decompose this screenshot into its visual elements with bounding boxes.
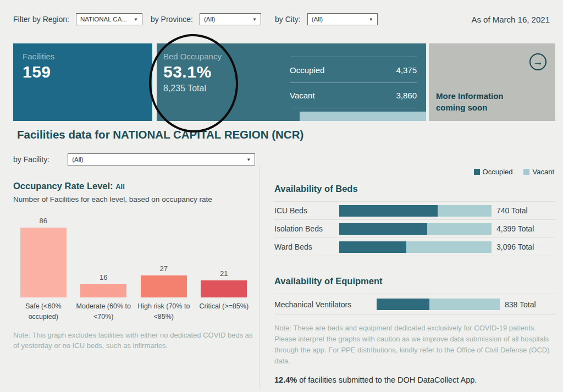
bed-occupancy-kpi-card: Bed Occupancy 53.1% 8,235 Total Occupied… [157,43,426,121]
row-total: 3,096 Total [496,242,534,251]
facility-filter-row: by Facility: (All) ▼ [13,153,255,165]
row-label: Ward Beds [274,242,339,251]
region-dropdown[interactable]: NATIONAL CA... ▼ [76,13,142,25]
occupied-value: 4,375 [396,65,417,75]
province-dropdown-value: (All) [204,16,215,23]
stacked-bar[interactable] [339,205,492,217]
bar-column: 21 [194,269,255,297]
province-filter-label: by Province: [151,15,193,24]
vacant-value: 3,860 [396,91,417,100]
table-row: Mechanical Ventilators838 Total [274,294,555,314]
bar-value-label: 21 [220,269,228,278]
occupancy-rate-panel: Occupancy Rate Level: All Number of Faci… [13,177,254,351]
chevron-down-icon: ▼ [246,157,251,162]
region-filter-label: Filter by Region: [13,15,69,24]
chevron-down-icon: ▼ [252,17,257,22]
kpi-banner: Facilities 159 Bed Occupancy 53.1% 8,235… [13,43,555,121]
more-info-text: More Information coming soon [436,90,504,114]
occupied-segment[interactable] [339,241,406,253]
bar-value-label: 27 [160,264,168,273]
table-row: Vacant 3,860 [290,82,417,108]
chevron-down-icon: ▼ [369,17,373,22]
facility-dropdown-value: (All) [72,156,83,163]
legend-item-vacant[interactable]: Vacant [523,168,554,176]
occupancy-rate-title-value: All [115,183,125,191]
bed-occupancy-label: Bed Occupancy [163,52,222,61]
table-row: Isolation Beds4,399 Total [274,219,555,238]
row-total: 838 Total [505,300,536,309]
bed-occupancy-progress-bar [157,112,426,121]
bar-column: 16 [74,273,134,297]
bar-column: 27 [134,264,194,297]
stacked-bar[interactable] [377,299,500,310]
region-dropdown-value: NATIONAL CA... [80,16,127,23]
beds-section-title: Availability of Beds [274,184,555,194]
vacant-label: Vacant [290,91,315,100]
bar-mark[interactable] [141,275,187,297]
beds-table: ICU Beds740 TotalIsolation Beds4,399 Tot… [274,201,555,256]
stacked-bar[interactable] [339,223,492,235]
row-label: Mechanical Ventilators [274,300,377,309]
table-row: Ward Beds3,096 Total [274,238,555,256]
vacant-segment [300,112,426,121]
column-divider [259,165,260,389]
dashboard: Filter by Region: NATIONAL CA... ▼ by Pr… [0,0,563,392]
submission-stat: 12.4% of facilities submitted to the DOH… [274,376,555,384]
bar-category-label: High risk (70% to <85%) [134,301,194,322]
vacant-swatch-icon [523,169,529,175]
facilities-count: 159 [23,63,152,81]
legend: Occupied Vacant [474,168,554,176]
bar-value-label: 16 [100,273,107,281]
occupancy-rate-subtitle: Number of Facilities for each level, bas… [13,195,254,203]
table-row: Occupied 4,375 [290,57,417,82]
bed-occupancy-percent: 53.1% [163,63,222,81]
occupied-swatch-icon [474,169,480,175]
filter-bar: Filter by Region: NATIONAL CA... ▼ by Pr… [13,13,550,25]
province-dropdown[interactable]: (All) ▼ [200,13,261,25]
bar-mark[interactable] [20,228,67,297]
facilities-kpi-card: Facilities 159 [13,43,152,121]
city-filter-label: by City: [275,15,301,24]
arrow-right-circle-icon[interactable]: → [529,53,547,70]
legend-item-occupied[interactable]: Occupied [474,168,513,176]
occupied-segment[interactable] [377,299,429,310]
equipment-table: Mechanical Ventilators838 Total [274,294,555,315]
city-dropdown-value: (All) [312,16,323,23]
availability-panel: Occupied Vacant Availability of Beds ICU… [274,165,555,384]
page-title: Facilities data for NATIONAL CAPITAL REG… [17,128,303,141]
table-row: ICU Beds740 Total [274,201,555,219]
as-of-date: As of March 16, 2021 [471,15,550,24]
right-note: Note: These are beds and equipment dedic… [274,323,555,367]
more-info-card[interactable]: → More Information coming soon [429,43,555,121]
occupied-segment[interactable] [339,223,427,235]
bar-column: 86 [13,217,74,297]
occupied-label: Occupied [290,65,324,75]
row-label: ICU Beds [274,206,339,215]
row-label: Isolation Beds [274,224,339,233]
occupancy-bar-categories: Safe (<60% occupied)Moderate (60% to <70… [13,301,254,322]
row-total: 4,399 Total [496,224,534,233]
bar-category-label: Safe (<60% occupied) [13,301,74,322]
city-dropdown[interactable]: (All) ▼ [307,13,378,25]
chevron-down-icon: ▼ [134,17,138,22]
left-note: Note: This graph excludes facilities wit… [13,330,254,351]
facilities-label: Facilities [23,52,152,61]
facility-filter-label: by Facility: [13,155,49,164]
occupancy-rate-title: Occupancy Rate Level: All [13,177,254,191]
row-total: 740 Total [496,206,528,215]
bar-value-label: 86 [40,217,47,225]
bar-category-label: Critical (>=85%) [194,301,255,322]
bar-category-label: Moderate (60% to <70%) [74,301,134,322]
bar-mark[interactable] [80,284,126,297]
stacked-bar[interactable] [339,241,492,253]
facility-dropdown[interactable]: (All) ▼ [68,153,255,165]
occupied-vacant-table: Occupied 4,375 Vacant 3,860 [290,57,417,108]
bar-mark[interactable] [201,280,247,297]
occupancy-bar-chart: 86162721 [13,217,254,297]
submission-percent: 12.4% [274,376,297,384]
equipment-section-title: Availability of Equipment [274,276,555,286]
bed-occupancy-total: 8,235 Total [163,84,222,93]
occupied-segment[interactable] [339,205,438,217]
